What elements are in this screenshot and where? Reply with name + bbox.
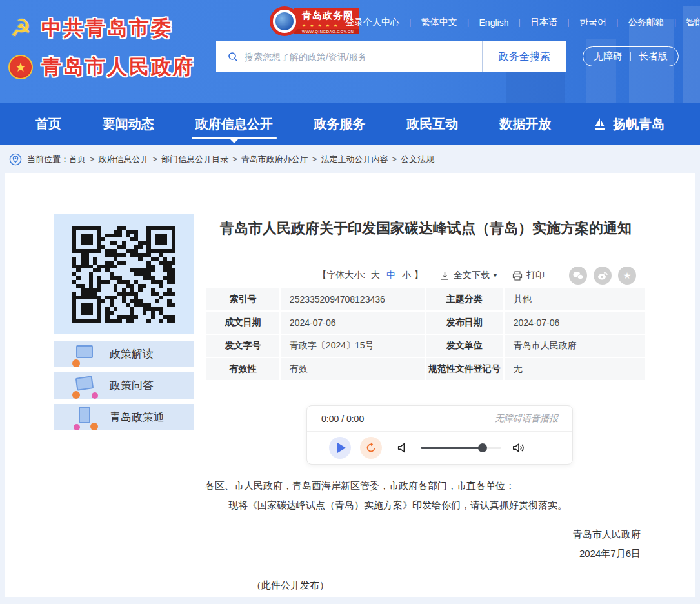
weibo-share-button[interactable] <box>594 267 612 285</box>
link-smart-qa[interactable]: 智能问答 <box>686 17 700 28</box>
wechat-share-button[interactable] <box>569 267 587 285</box>
volume-slider-thumb[interactable] <box>478 443 487 452</box>
play-icon <box>337 443 346 453</box>
volume-slider-fill <box>421 447 483 449</box>
nav-item-sail-qingdao[interactable]: 扬帆青岛 <box>592 103 665 145</box>
link-login-center[interactable]: 登录个人中心 <box>345 17 399 28</box>
breadcrumb-gov-office[interactable]: 青岛市政府办公厅 <box>241 154 308 165</box>
search-field-area <box>216 41 483 72</box>
meta-label-category: 主题分类 <box>425 288 504 311</box>
meta-label-registration-number: 规范性文件登记号 <box>425 357 504 381</box>
print-label: 打印 <box>526 270 545 281</box>
breadcrumb-statutory-disclosure[interactable]: 法定主动公开内容 <box>321 154 388 165</box>
sidebar-item-label: 政策问答 <box>110 378 154 393</box>
breadcrumb-official-docs[interactable]: 公文法规 <box>401 154 434 165</box>
nav-item-interaction[interactable]: 政民互动 <box>406 103 458 145</box>
print-button[interactable]: 打印 <box>512 270 545 281</box>
qingdao-policy-hub-icon <box>71 403 99 432</box>
breadcrumb-separator: > <box>153 154 158 164</box>
document-body: 各区、市人民政府，青岛西海岸新区管委，市政府各部门，市直各单位： 现将《国家碳达… <box>205 476 646 515</box>
font-size-label: 【字体大小: <box>317 270 365 281</box>
play-button[interactable] <box>329 437 351 459</box>
party-emblem-icon: ☭ <box>8 15 34 41</box>
volume-up-icon[interactable] <box>512 441 526 455</box>
meta-value-category: 其他 <box>504 288 646 311</box>
breadcrumb-dept-catalog[interactable]: 部门信息公开目录 <box>161 154 228 165</box>
site-logo-url: WWW.QINGDAO.GOV.CN <box>294 29 359 34</box>
replay-button[interactable] <box>360 437 382 459</box>
breadcrumb-prefix: 当前位置： <box>27 154 69 165</box>
download-icon <box>440 271 450 281</box>
table-row: 成文日期 2024-07-06 发布日期 2024-07-06 <box>206 311 646 334</box>
accessibility-pill: 无障碍 长者版 <box>583 46 679 66</box>
meta-label-index: 索引号 <box>206 288 280 311</box>
replay-icon <box>365 442 377 454</box>
sidebar-item-label: 政策解读 <box>110 347 154 361</box>
printer-icon <box>512 271 523 281</box>
policy-interpretation-icon <box>71 340 99 368</box>
meta-value-publish-date: 2024-07-06 <box>504 311 646 334</box>
link-korean[interactable]: 한국어 <box>579 17 606 28</box>
gov-org-name: 青岛市人民政府 <box>41 54 195 81</box>
signature-block: 青岛市人民政府 2024年7月6日 <box>205 525 641 563</box>
gov-logo-row[interactable]: ★ 青岛市人民政府 <box>8 50 195 84</box>
breadcrumb-separator: > <box>90 154 95 164</box>
divider: ｜ <box>406 17 414 28</box>
sidebar-item-qingdao-policy-hub[interactable]: 青岛政策通 <box>54 404 194 430</box>
audio-player: 0:00 / 0:00 无障碍语音播报 <box>306 405 573 465</box>
table-row: 发文字号 青政字〔2024〕15号 发文单位 青岛市人民政府 <box>206 334 646 357</box>
globe-icon <box>270 6 299 36</box>
divider: ｜ <box>465 17 472 28</box>
font-size-small[interactable]: 小 <box>402 270 411 281</box>
elder-version-button[interactable]: 长者版 <box>639 50 668 63</box>
meta-value-validity: 有效 <box>280 357 425 381</box>
favorite-button[interactable]: ★ <box>618 267 636 285</box>
nav-item-news[interactable]: 要闻动态 <box>103 103 154 145</box>
link-traditional-chinese[interactable]: 繁体中文 <box>421 17 457 28</box>
nav-item-home[interactable]: 首页 <box>35 103 61 145</box>
party-org-name: 中共青岛市委 <box>41 15 173 42</box>
divider: ｜ <box>672 17 679 28</box>
sidebar-item-policy-qa[interactable]: 政策问答 <box>54 372 194 399</box>
link-japanese[interactable]: 日本语 <box>530 17 557 28</box>
document-paragraph: 各区、市人民政府，青岛西海岸新区管委，市政府各部门，市直各单位： <box>205 476 646 496</box>
site-header: ☭ 中共青岛市委 ★ 青岛市人民政府 青岛政务网 ★ ★ ★ ★ ★ WWW.Q… <box>0 0 700 103</box>
volume-slider[interactable] <box>421 447 501 449</box>
font-size-medium[interactable]: 中 <box>386 270 395 281</box>
meta-label-doc-number: 发文字号 <box>206 334 280 357</box>
breadcrumb-home[interactable]: 首页 <box>69 154 86 165</box>
meta-value-registration-number: 无 <box>504 357 646 381</box>
nav-item-label: 扬帆青岛 <box>613 116 665 133</box>
location-pin-icon <box>9 153 22 166</box>
sailboat-icon <box>592 117 608 132</box>
audio-time: 0:00 / 0:00 <box>321 414 364 424</box>
page: ☭ 中共青岛市委 ★ 青岛市人民政府 青岛政务网 ★ ★ ★ ★ ★ WWW.Q… <box>0 0 700 604</box>
meta-value-written-date: 2024-07-06 <box>280 311 425 334</box>
search-bar: 政务全搜索 <box>216 41 566 72</box>
main-nav: 首页 要闻动态 政府信息公开 政务服务 政民互动 数据开放 扬帆青岛 <box>0 103 700 145</box>
document-meta-table: 索引号 2523352094708123436 主题分类 其他 成文日期 202… <box>205 287 646 381</box>
barrier-free-button[interactable]: 无障碍 <box>594 50 623 63</box>
download-button[interactable]: 全文下载 ▼ <box>440 270 498 281</box>
article-toolbar: 【字体大小: 大 中 小 】 全文下载 ▼ 打印 <box>205 266 646 285</box>
meta-label-validity: 有效性 <box>206 357 280 381</box>
audio-player-controls <box>307 432 572 464</box>
font-size-label-close: 】 <box>414 270 423 281</box>
font-size-large[interactable]: 大 <box>371 270 380 281</box>
volume-mute-icon[interactable] <box>396 441 410 455</box>
link-english[interactable]: English <box>479 17 509 28</box>
nav-item-gov-info-disclosure[interactable]: 政府信息公开 <box>195 103 273 145</box>
breadcrumb-gov-info[interactable]: 政府信息公开 <box>99 154 149 165</box>
policy-qa-icon <box>71 372 99 400</box>
meta-value-index: 2523352094708123436 <box>280 288 425 311</box>
search-button[interactable]: 政务全搜索 <box>483 41 566 72</box>
sidebar-item-policy-interpretation[interactable]: 政策解读 <box>54 341 194 367</box>
breadcrumb-separator: > <box>392 154 397 164</box>
nav-item-open-data[interactable]: 数据开放 <box>499 103 551 145</box>
sign-date: 2024年7月6日 <box>205 544 641 563</box>
nav-item-gov-services[interactable]: 政务服务 <box>314 103 365 145</box>
link-official-mail[interactable]: 公务邮箱 <box>628 17 665 28</box>
search-input[interactable] <box>245 52 482 62</box>
signer-name: 青岛市人民政府 <box>205 525 641 544</box>
party-logo-row[interactable]: ☭ 中共青岛市委 <box>8 12 195 45</box>
